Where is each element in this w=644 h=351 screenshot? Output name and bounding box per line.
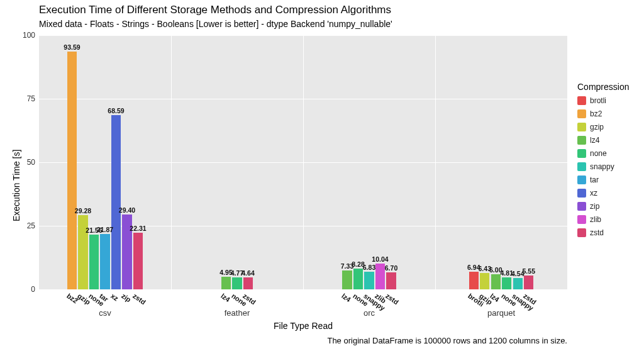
bar-feather-none [232,277,242,289]
legend-item-zlib: zlib [577,214,638,225]
y-tick-label: 100 [0,31,35,40]
bar-feather-zstd [243,277,253,289]
legend-label: bz2 [590,109,602,118]
legend-label: none [590,149,607,158]
legend-item-snappy: snappy [577,162,638,172]
bar-orc-zlib [375,264,385,289]
filetype-label: parquet [487,308,515,318]
compression-tick: zstd [131,292,147,306]
legend-swatch [577,96,586,105]
legend-label: brotli [590,96,606,105]
bar-value-label: 10.04 [372,255,388,263]
x-axis-label: File Type Read [274,321,333,331]
chart-caption: The original DataFrame is 100000 rows an… [327,336,567,345]
bar-value-label: 6.83 [363,264,375,271]
bar-value-label: 6.70 [385,264,397,272]
legend: Compression brotlibz2gziplz4nonesnappyta… [577,82,638,241]
legend-swatch [577,109,586,118]
bar-value-label: 29.40 [119,206,135,214]
legend-item-lz4: lz4 [577,135,638,145]
legend-label: gzip [590,123,604,131]
bar-value-label: 5.55 [523,267,535,275]
legend-swatch [577,228,586,237]
y-tick-label: 25 [0,221,35,230]
filetype-label: feather [225,308,250,318]
bar-csv-xz [111,115,121,289]
compression-tick: zstd [384,292,400,306]
bar-orc-none [353,269,363,289]
legend-item-bz2: bz2 [577,109,638,119]
chart-root: Execution Time of Different Storage Meth… [0,0,644,351]
legend-item-zip: zip [577,201,638,211]
legend-swatch [577,123,586,131]
legend-label: tar [590,176,599,184]
bar-parquet-none [502,277,511,289]
legend-swatch [577,215,586,224]
legend-items: brotlibz2gziplz4nonesnappytarxzzipzlibzs… [577,96,638,238]
y-tick-label: 50 [0,158,35,167]
legend-item-zstd: zstd [577,228,638,238]
bar-orc-zstd [386,272,396,289]
legend-swatch [577,149,586,158]
legend-item-tar: tar [577,175,638,185]
compression-tick: zip [120,292,132,304]
filetype-label: csv [99,308,111,318]
legend-swatch [577,162,586,171]
compression-tick: lz4 [340,292,352,303]
legend-label: zlib [590,215,601,224]
bars-layer [39,35,567,289]
legend-item-xz: xz [577,188,638,198]
bar-parquet-lz4 [491,274,501,289]
legend-swatch [577,189,586,198]
legend-label: zip [590,202,599,211]
chart-subtitle: Mixed data - Floats - Strings - Booleans… [39,19,392,29]
bar-value-label: 29.28 [75,207,91,214]
legend-swatch [577,136,586,145]
legend-label: lz4 [590,136,599,145]
bar-parquet-snappy [513,278,523,289]
y-tick-label: 75 [0,94,35,103]
legend-title: Compression [577,82,638,92]
bar-value-label: 93.59 [64,43,80,51]
compression-tick: lz4 [219,292,231,303]
legend-swatch [577,176,586,184]
bar-csv-none [89,235,99,289]
bar-value-label: 21.87 [97,226,113,233]
bar-feather-lz4 [221,277,231,289]
legend-label: snappy [590,162,614,171]
legend-item-none: none [577,148,638,159]
gridline [39,289,567,290]
filetype-label: orc [364,308,375,318]
bar-orc-lz4 [342,270,352,289]
legend-label: zstd [590,228,604,237]
bar-value-label: 68.59 [108,107,124,114]
bar-csv-bz2 [67,52,77,289]
bar-value-label: 4.64 [242,269,254,277]
legend-item-gzip: gzip [577,122,638,132]
legend-label: xz [590,189,597,198]
bar-parquet-zstd [524,276,533,289]
legend-swatch [577,202,586,211]
chart-title: Execution Time of Different Storage Meth… [39,4,391,16]
bar-csv-zstd [133,233,143,289]
bar-orc-snappy [364,272,374,289]
compression-tick: xz [109,292,119,302]
bar-parquet-gzip [480,273,489,289]
legend-item-brotli: brotli [577,96,638,106]
bar-value-label: 22.31 [130,225,146,232]
bar-parquet-brotli [469,272,479,289]
y-tick-label: 0 [0,285,35,294]
bar-csv-tar [100,234,109,289]
